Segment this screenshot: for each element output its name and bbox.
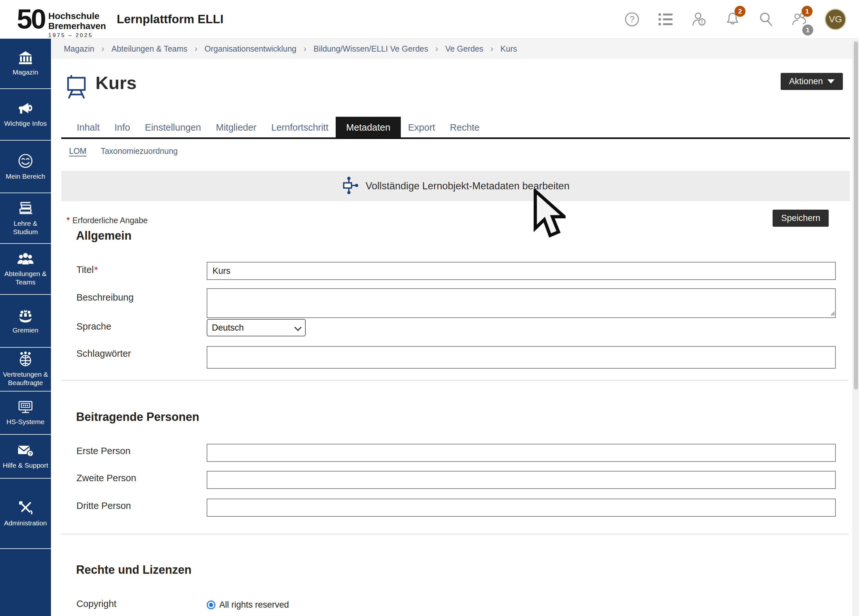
people-group-icon	[17, 252, 34, 266]
sidebar-item-hilfe-support[interactable]: ? Hilfe & Support	[0, 435, 51, 478]
ilias-metadata-screen: 50 Hochschule Bremerhaven 1975 – 2025 Le…	[0, 0, 859, 616]
breadcrumb-item[interactable]: Organisationsentwicklung	[187, 44, 296, 54]
tab-lernfortschritt[interactable]: Lernfortschritt	[264, 117, 336, 138]
titel-input[interactable]	[207, 262, 836, 280]
actions-dropdown-button[interactable]: Aktionen	[781, 73, 843, 90]
breadcrumb: Magazin Abteilungen & Teams Organisation…	[51, 39, 853, 59]
titel-required-asterisk: *	[94, 265, 98, 275]
required-asterisk: *	[66, 216, 70, 225]
sidebar-item-gremien[interactable]: Gremien	[0, 295, 51, 348]
breadcrumb-item[interactable]: Ve Gerdes	[428, 44, 483, 54]
save-button[interactable]: Speichern	[773, 210, 829, 227]
zweite-person-label: Zweite Person	[77, 473, 136, 483]
tab-bar: Inhalt Info Einstellungen Mitglieder Ler…	[69, 117, 487, 138]
search-icon[interactable]	[758, 11, 775, 28]
logo-years: 1975 – 2025	[48, 32, 106, 39]
help-icon[interactable]: ?	[624, 11, 640, 28]
user-avatar[interactable]: VG	[825, 9, 846, 30]
section-heading-beitragende-personen: Beitragende Personen	[76, 410, 199, 424]
required-note: *Erforderliche Angabe	[66, 216, 148, 225]
main-menu-list-icon[interactable]	[657, 11, 674, 28]
sidebar-item-magazin[interactable]: Magazin	[0, 39, 51, 89]
sidebar-item-abteilungen-teams[interactable]: Abteilungen & Teams	[0, 244, 51, 295]
schlagwoerter-label: Schlagwörter	[77, 348, 131, 359]
breadcrumb-item[interactable]: Abteilungen & Teams	[94, 44, 187, 54]
sidebar-item-wichtige-infos[interactable]: Wichtige Infos	[0, 89, 51, 141]
sprache-label: Sprache	[77, 321, 111, 332]
subtab-taxonomiezuordnung[interactable]: Taxonomiezuordnung	[101, 146, 178, 156]
main-content: Magazin Abteilungen & Teams Organisation…	[51, 39, 853, 616]
beschreibung-label: Beschreibung	[77, 292, 133, 303]
chevron-down-icon	[828, 79, 834, 83]
copyright-radio-selected[interactable]	[207, 600, 216, 609]
titel-label: Titel*	[77, 264, 100, 275]
sidebar-item-administration[interactable]: Administration	[0, 478, 51, 549]
tools-icon	[17, 500, 34, 516]
sidebar-item-hs-systeme[interactable]: HS-Systeme	[0, 391, 51, 435]
monitor-password-icon	[17, 400, 34, 414]
vertical-scrollbar[interactable]	[853, 39, 859, 616]
bank-icon	[18, 51, 33, 65]
logo-line2: Bremerhaven	[48, 21, 106, 31]
section-divider	[61, 380, 849, 381]
main-sidebar: Magazin Wichtige Infos Mein Bereich	[0, 39, 51, 616]
awareness-who-is-online-icon[interactable]: !	[691, 11, 708, 28]
committee-icon	[17, 307, 34, 323]
breadcrumb-item[interactable]: Bildung/Wissen/ELLI Ve Gerdes	[296, 44, 428, 54]
beschreibung-textarea[interactable]	[207, 288, 836, 318]
contacts-badge-seen: 1	[802, 25, 813, 36]
tab-export[interactable]: Export	[401, 117, 443, 138]
breadcrumb-item[interactable]: Kurs	[483, 44, 517, 54]
scrollbar-thumb[interactable]	[854, 41, 858, 389]
section-heading-allgemein: Allgemein	[76, 229, 131, 242]
notifications-badge: 2	[734, 6, 745, 17]
globe-people-icon	[17, 352, 34, 367]
copyright-option-label: All rights reserved	[219, 600, 289, 610]
svg-text:?: ?	[29, 451, 31, 457]
zweite-person-input[interactable]	[207, 471, 836, 489]
tab-inhalt[interactable]: Inhalt	[69, 117, 107, 138]
books-icon	[17, 201, 34, 216]
section-heading-rechte-lizenzen: Rechte und Lizenzen	[76, 563, 192, 577]
section-divider	[61, 534, 849, 535]
breadcrumb-item[interactable]: Magazin	[64, 44, 94, 53]
tab-mitglieder[interactable]: Mitglieder	[208, 117, 264, 138]
sidebar-item-vertretungen-beauftragte[interactable]: Vertretungen & Beauftragte	[0, 348, 51, 391]
notifications-bell-icon[interactable]: 2	[724, 11, 741, 28]
copyright-radio-row: All rights reserved	[207, 600, 289, 610]
university-logo[interactable]: 50 Hochschule Bremerhaven 1975 – 2025	[17, 4, 106, 39]
logo-50: 50	[17, 4, 45, 34]
tab-info[interactable]: Info	[107, 117, 137, 138]
page-title: Kurs	[95, 72, 137, 93]
app-title: Lernplattform ELLI	[117, 0, 223, 39]
subtab-bar: LOM Taxonomiezuordnung	[69, 146, 178, 156]
dritte-person-label: Dritte Person	[77, 500, 131, 511]
megaphone-icon	[17, 101, 34, 116]
smiley-icon	[17, 153, 34, 169]
contacts-badge-new: 1	[801, 6, 812, 17]
tab-underline	[61, 138, 850, 139]
metadata-node-icon	[342, 176, 359, 196]
subtab-lom[interactable]: LOM	[69, 146, 86, 156]
copyright-label: Copyright	[77, 599, 116, 609]
course-easel-icon	[66, 75, 87, 100]
svg-text:!: !	[701, 19, 703, 25]
svg-text:?: ?	[629, 14, 634, 24]
erste-person-label: Erste Person	[77, 446, 131, 457]
erste-person-input[interactable]	[207, 444, 836, 462]
mail-question-icon: ?	[17, 443, 34, 458]
tab-einstellungen[interactable]: Einstellungen	[137, 117, 208, 138]
tab-rechte[interactable]: Rechte	[442, 117, 487, 138]
banner-label: Vollständige Lernobjekt-Metadaten bearbe…	[365, 180, 570, 192]
top-bar: 50 Hochschule Bremerhaven 1975 – 2025 Le…	[0, 0, 859, 39]
schlagwoerter-input[interactable]	[207, 346, 836, 369]
sidebar-item-lehre-studium[interactable]: Lehre & Studium	[0, 193, 51, 244]
edit-full-metadata-banner[interactable]: Vollständige Lernobjekt-Metadaten bearbe…	[61, 171, 850, 201]
logo-line1: Hochschule	[48, 11, 106, 21]
dritte-person-input[interactable]	[207, 499, 836, 517]
sidebar-item-mein-bereich[interactable]: Mein Bereich	[0, 141, 51, 193]
contacts-icon[interactable]: 1 1	[791, 11, 808, 28]
sprache-select[interactable]: Deutsch	[207, 319, 306, 336]
tab-metadaten[interactable]: Metadaten	[336, 117, 400, 138]
